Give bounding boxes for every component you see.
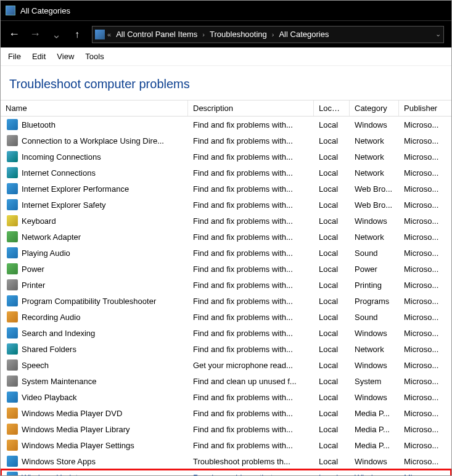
item-publisher: Microso... — [404, 281, 438, 290]
item-name: Program Compatibility Troubleshooter — [22, 297, 156, 306]
item-location: Local — [319, 457, 338, 466]
item-description: Resolve problems that pre... — [193, 473, 294, 477]
list-item[interactable]: System MaintenanceFind and clean up unus… — [1, 373, 451, 389]
list-item[interactable]: Windows Media Player LibraryFind and fix… — [1, 421, 451, 437]
item-description: Find and fix problems with... — [193, 200, 293, 210]
list-item[interactable]: Video PlaybackFind and fix problems with… — [1, 389, 451, 405]
list-item[interactable]: Windows UpdateResolve problems that pre.… — [1, 469, 451, 476]
col-header-location[interactable]: Locat... — [314, 101, 350, 116]
item-description: Find and fix problems with... — [193, 345, 293, 354]
item-location: Local — [319, 152, 338, 162]
breadcrumb[interactable]: « All Control Panel Items › Troubleshoot… — [92, 26, 444, 43]
item-description: Find and fix problems with... — [193, 265, 293, 274]
item-category: Windows — [355, 329, 387, 338]
item-category: Web Bro... — [355, 200, 392, 210]
list-item[interactable]: Internet Explorer PerformanceFind and fi… — [1, 181, 451, 197]
item-name: Keyboard — [22, 216, 56, 226]
menu-view[interactable]: View — [57, 52, 74, 61]
item-location: Local — [319, 409, 338, 418]
menu-tools[interactable]: Tools — [85, 52, 104, 61]
breadcrumb-item-1[interactable]: Troubleshooting — [207, 30, 269, 39]
list-item[interactable]: Recording AudioFind and fix problems wit… — [1, 309, 451, 325]
titlebar: All Categories — [1, 1, 451, 20]
list-item[interactable]: Connection to a Workplace Using Dire...F… — [1, 133, 451, 149]
item-publisher: Microso... — [404, 457, 438, 466]
item-publisher: Microso... — [404, 136, 438, 146]
item-category: Sound — [355, 248, 378, 258]
list-item[interactable]: Search and IndexingFind and fix problems… — [1, 325, 451, 341]
list-item[interactable]: Windows Store AppsTroubleshoot problems … — [1, 453, 451, 469]
col-header-name[interactable]: Name — [1, 101, 188, 116]
col-header-description[interactable]: Description — [188, 101, 314, 116]
list-item[interactable]: Internet Explorer SafetyFind and fix pro… — [1, 197, 451, 213]
col-header-publisher[interactable]: Publisher — [399, 101, 445, 116]
breadcrumb-item-0[interactable]: All Control Panel Items — [113, 30, 200, 39]
list-item[interactable]: Playing AudioFind and fix problems with.… — [1, 245, 451, 261]
item-description: Find and fix problems with... — [193, 152, 293, 162]
menu-edit[interactable]: Edit — [32, 52, 46, 61]
list-item[interactable]: PowerFind and fix problems with...LocalP… — [1, 261, 451, 277]
item-icon — [7, 359, 18, 371]
list-item[interactable]: BluetoothFind and fix problems with...Lo… — [1, 117, 451, 133]
list-item[interactable]: PrinterFind and fix problems with...Loca… — [1, 277, 451, 293]
list-item[interactable]: Program Compatibility TroubleshooterFind… — [1, 293, 451, 309]
item-description: Find and fix problems with... — [193, 441, 293, 450]
item-icon — [7, 343, 18, 355]
item-location: Local — [319, 248, 338, 258]
item-name: System Maintenance — [22, 377, 96, 386]
list-rows: BluetoothFind and fix problems with...Lo… — [1, 117, 451, 476]
history-dropdown[interactable]: ⌄ — [50, 28, 62, 41]
list-item[interactable]: Incoming ConnectionsFind and fix problem… — [1, 149, 451, 165]
item-name: Printer — [22, 281, 45, 290]
list-item[interactable]: Internet ConnectionsFind and fix problem… — [1, 165, 451, 181]
item-name: Video Playback — [22, 393, 76, 402]
item-name: Power — [22, 265, 44, 274]
item-name: Network Adapter — [22, 232, 81, 242]
list-item[interactable]: Network AdapterFind and fix problems wit… — [1, 229, 451, 245]
item-icon — [7, 183, 18, 194]
breadcrumb-sep-icon: › — [272, 31, 274, 38]
page-title: Troubleshoot computer problems — [1, 66, 451, 100]
item-publisher: Microso... — [404, 361, 438, 370]
item-publisher: Microso... — [404, 184, 438, 194]
item-description: Find and fix problems with... — [193, 248, 293, 258]
item-name: Windows Media Player DVD — [22, 409, 122, 418]
item-description: Find and fix problems with... — [193, 281, 293, 290]
list-item[interactable]: SpeechGet your microphone read...LocalWi… — [1, 357, 451, 373]
item-description: Find and fix problems with... — [193, 136, 293, 146]
item-icon — [7, 167, 18, 178]
window-title: All Categories — [20, 6, 70, 15]
item-location: Local — [319, 297, 338, 306]
col-header-category[interactable]: Category — [350, 101, 399, 116]
navbar: ← → ⌄ ↑ « All Control Panel Items › Trou… — [1, 20, 451, 47]
item-publisher: Microso... — [404, 409, 438, 418]
item-publisher: Microso... — [404, 425, 438, 434]
item-name: Windows Media Player Settings — [22, 441, 134, 450]
item-category: Network — [355, 168, 384, 178]
breadcrumb-item-2[interactable]: All Categories — [276, 30, 331, 39]
item-category: Windows — [355, 120, 387, 129]
item-location: Local — [319, 136, 338, 146]
item-category: Windows — [355, 457, 387, 466]
breadcrumb-dropdown-icon[interactable]: ⌄ — [435, 30, 441, 38]
list-item[interactable]: Shared FoldersFind and fix problems with… — [1, 341, 451, 357]
item-category: Network — [355, 136, 384, 146]
list-item[interactable]: KeyboardFind and fix problems with...Loc… — [1, 213, 451, 229]
breadcrumb-icon — [95, 30, 105, 39]
back-button[interactable]: ← — [8, 28, 20, 41]
item-icon — [7, 327, 18, 339]
item-category: Programs — [355, 297, 389, 306]
breadcrumb-prefix: « — [107, 31, 111, 38]
item-location: Local — [319, 345, 338, 354]
forward-button[interactable]: → — [29, 28, 41, 41]
item-icon — [7, 231, 18, 242]
item-category: Windows — [355, 473, 387, 477]
item-publisher: Microso... — [404, 329, 438, 338]
up-button[interactable]: ↑ — [71, 29, 83, 40]
item-publisher: Microso... — [404, 200, 438, 210]
list-item[interactable]: Windows Media Player SettingsFind and fi… — [1, 437, 451, 453]
menu-file[interactable]: File — [8, 52, 21, 61]
list-item[interactable]: Windows Media Player DVDFind and fix pro… — [1, 405, 451, 421]
item-name: Internet Connections — [22, 168, 96, 178]
item-publisher: Microso... — [404, 152, 438, 162]
